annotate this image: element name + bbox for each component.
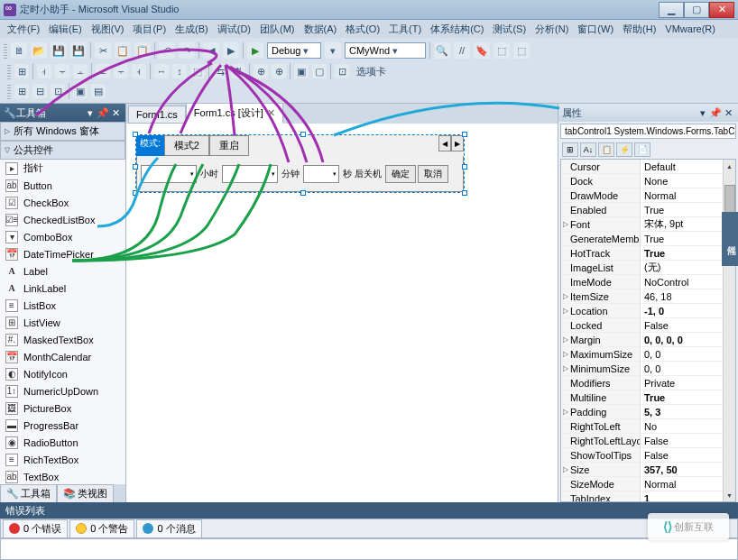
errors-filter[interactable]: 0 个错误 — [3, 519, 68, 538]
design-surface[interactable]: 模式: 模式2 重启 ◀ ▶ ▾ 小时 ▾ 分钟 ▾ 秒 后关机 确定 — [126, 124, 558, 502]
align-bottom-icon[interactable]: ⫞ — [132, 64, 146, 78]
prop-row-modifiers[interactable]: ModifiersPrivate — [561, 376, 735, 390]
platform-icon[interactable]: ▾ — [325, 42, 341, 59]
prop-row-maximumsize[interactable]: ▷MaximumSize0, 0 — [561, 347, 735, 362]
prop-row-generatemember[interactable]: GenerateMemberTrue — [561, 232, 735, 246]
menu-debug[interactable]: 调试(D) — [214, 21, 254, 38]
props-scrollbar[interactable]: ▲ ▼ — [723, 160, 735, 501]
close-button[interactable]: ✕ — [709, 2, 734, 18]
prop-row-minimumsize[interactable]: ▷MinimumSize0, 0 — [561, 362, 735, 376]
menu-arch[interactable]: 体系结构(C) — [427, 21, 487, 38]
tabcontrol-designer[interactable]: 模式: 模式2 重启 ◀ ▶ ▾ 小时 ▾ 分钟 ▾ 秒 后关机 确定 — [135, 134, 465, 193]
menu-build[interactable]: 生成(B) — [171, 21, 212, 38]
toolbox-item-checkedlistbox[interactable]: ☑≡CheckedListBox — [0, 211, 125, 228]
misc-icon-4[interactable]: ▣ — [73, 84, 88, 98]
menu-edit[interactable]: 编辑(E) — [45, 21, 86, 38]
undo-icon[interactable]: ↶ — [159, 42, 175, 59]
menu-window[interactable]: 窗口(W) — [574, 21, 617, 38]
send-back-icon[interactable]: ▢ — [312, 64, 327, 78]
vspace-icon[interactable]: ⇅ — [231, 64, 245, 78]
tc-ok-button[interactable]: 确定 — [385, 165, 416, 183]
toolbox-item-progressbar[interactable]: ▬ProgressBar — [0, 417, 125, 434]
prop-row-sizemode[interactable]: SizeModeNormal — [561, 477, 735, 491]
doc-tab-form1cs[interactable]: Form1.cs — [128, 106, 186, 124]
prop-row-font[interactable]: ▷Font宋体, 9pt — [561, 217, 735, 232]
menu-view[interactable]: 视图(V) — [88, 21, 128, 38]
prop-row-cursor[interactable]: CursorDefault — [561, 160, 735, 174]
misc-icon-3[interactable]: ⊡ — [51, 84, 65, 98]
prop-row-enabled[interactable]: EnabledTrue — [561, 203, 735, 217]
toolbox-item-datetimepicker[interactable]: 📅DateTimePicker — [0, 245, 125, 262]
center-v-icon[interactable]: ⊕ — [272, 64, 286, 78]
tab-toolbox[interactable]: 🔧工具箱 — [0, 484, 57, 502]
prop-row-imemode[interactable]: ImeModeNoControl — [561, 275, 735, 289]
same-height-icon[interactable]: ↕ — [172, 64, 187, 78]
align-left-icon[interactable]: ⫞ — [37, 64, 51, 78]
tab-classview[interactable]: 📚类视图 — [57, 484, 114, 502]
tc-scroll-left-icon[interactable]: ◀ — [438, 135, 451, 151]
tc-combo-second[interactable]: ▾ — [303, 165, 339, 183]
toolbox-item-numericupdown[interactable]: 1↕NumericUpDown — [0, 382, 125, 399]
tc-scroll-right-icon[interactable]: ▶ — [451, 135, 464, 151]
toolbox-item-maskedtextbox[interactable]: #.MaskedTextBox — [0, 331, 125, 348]
toolbox-item-picturebox[interactable]: 🖼PictureBox — [0, 399, 125, 417]
toolbox-group-common[interactable]: ▽公共控件 — [0, 141, 125, 160]
tc-cancel-button[interactable]: 取消 — [418, 165, 448, 183]
prop-row-padding[interactable]: ▷Padding5, 3 — [561, 405, 735, 419]
toolbox-item-linklabel[interactable]: ALinkLabel — [0, 280, 125, 297]
comment-icon[interactable]: // — [454, 42, 470, 59]
toolbox-item-richtextbox[interactable]: ≡RichTextBox — [0, 451, 125, 468]
props-props-icon[interactable]: 📋 — [598, 142, 614, 157]
misc-icon-2[interactable]: ⊟ — [32, 84, 47, 98]
align-center-icon[interactable]: ⫟ — [55, 64, 69, 78]
menu-project[interactable]: 项目(P) — [129, 21, 170, 38]
toolbox-item-checkbox[interactable]: ☑CheckBox — [0, 194, 125, 211]
same-size-icon[interactable]: ⬚ — [190, 64, 205, 78]
toolbar-grip-2[interactable] — [7, 63, 11, 79]
scroll-up-icon[interactable]: ▲ — [724, 160, 735, 172]
props-pages-icon[interactable]: 📄 — [634, 142, 650, 157]
properties-grid[interactable]: CursorDefaultDockNoneDrawModeNormalEnabl… — [560, 159, 736, 502]
prop-row-size[interactable]: ▷Size357, 50 — [561, 463, 735, 477]
toolbox-dropdown-icon[interactable]: ▾ — [84, 106, 97, 119]
close-tab-icon[interactable]: ✕ — [267, 107, 275, 119]
prop-row-drawmode[interactable]: DrawModeNormal — [561, 188, 735, 203]
warnings-filter[interactable]: 0 个警告 — [69, 519, 134, 538]
menu-file[interactable]: 文件(F) — [4, 21, 43, 38]
toolbox-item-指针[interactable]: ▸指针 — [0, 160, 125, 177]
props-close-icon[interactable]: ✕ — [722, 106, 734, 119]
toolbox-group-all[interactable]: ▷所有 Windows 窗体 — [0, 122, 125, 141]
misc-icon-5[interactable]: ▤ — [91, 84, 106, 98]
config-combo[interactable]: Debug▾ — [267, 42, 321, 59]
toolbox-item-monthcalendar[interactable]: 📅MonthCalendar — [0, 348, 125, 365]
new-project-icon[interactable]: 🗎 — [11, 42, 27, 59]
start-icon[interactable]: ▶ — [247, 42, 263, 59]
prop-row-location[interactable]: ▷Location-1, 0 — [561, 304, 735, 318]
prop-row-imagelist[interactable]: ImageList(无) — [561, 261, 735, 275]
menu-help[interactable]: 帮助(H) — [619, 21, 660, 38]
nav-fwd-icon[interactable]: ▶ — [223, 42, 239, 59]
toolbox-item-combobox[interactable]: ▾ComboBox — [0, 228, 125, 245]
align-top-icon[interactable]: ⫠ — [96, 64, 110, 78]
tab-order-icon[interactable]: ⊡ — [335, 64, 349, 78]
prop-row-itemsize[interactable]: ▷ItemSize46, 18 — [561, 289, 735, 304]
copy-icon[interactable]: 📋 — [115, 42, 131, 59]
props-events-icon[interactable]: ⚡ — [616, 142, 632, 157]
align-middle-icon[interactable]: ⫟ — [114, 64, 128, 78]
toolbox-item-button[interactable]: abButton — [0, 177, 125, 194]
ext-icon[interactable]: ⬚ — [494, 42, 510, 59]
prop-row-tabindex[interactable]: TabIndex1 — [561, 491, 735, 502]
scroll-down-icon[interactable]: ▼ — [724, 489, 735, 501]
messages-filter[interactable]: 0 个消息 — [136, 519, 201, 538]
toolbox-item-listview[interactable]: ⊞ListView — [0, 314, 125, 331]
props-object-selector[interactable]: tabControl1 System.Windows.Forms.TabCont… — [560, 124, 736, 139]
platform-combo[interactable]: CMyWnd▾ — [345, 42, 426, 59]
align-grid-icon[interactable]: ⊞ — [14, 64, 29, 78]
props-pin-icon[interactable]: 📌 — [709, 106, 722, 119]
props-categorized-icon[interactable]: ⊞ — [562, 142, 578, 157]
find-icon[interactable]: 🔍 — [434, 42, 450, 59]
props-dropdown-icon[interactable]: ▾ — [696, 106, 709, 119]
side-tab-properties[interactable]: 属性 — [722, 212, 738, 266]
menu-analyze[interactable]: 分析(N) — [531, 21, 572, 38]
tc-combo-minute[interactable]: ▾ — [222, 165, 278, 183]
